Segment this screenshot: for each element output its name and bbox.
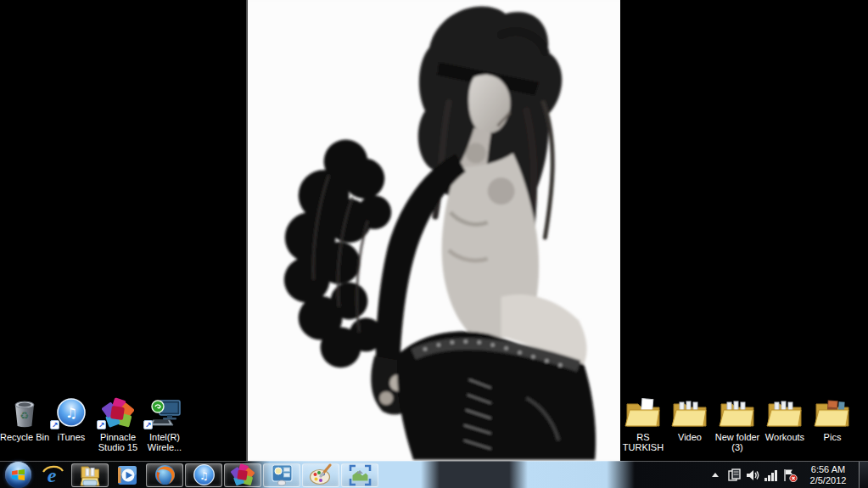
taskbar: e — [0, 461, 868, 488]
windows-flag-icon — [12, 469, 25, 480]
taskbar-button-windows-explorer[interactable] — [71, 463, 109, 487]
media-player-icon — [116, 464, 138, 486]
internet-explorer-icon: e — [41, 463, 64, 487]
desktop-icon-label: New folder (3) — [712, 432, 763, 452]
desktop-icon-label: Pinnacle Studio 15 — [92, 432, 143, 452]
show-hidden-icons-button[interactable] — [708, 466, 723, 485]
taskbar-button-media-player[interactable] — [110, 463, 144, 487]
desktop-icon-label: iTunes — [46, 432, 97, 442]
desktop-icon-intel-wireless[interactable]: ↗ Intel(R) Wirele... — [142, 394, 188, 452]
svg-text:♫: ♫ — [199, 470, 209, 482]
recycle-bin-icon: ♻ — [9, 395, 40, 429]
tray-program-icon[interactable] — [726, 466, 742, 485]
folder-icon — [766, 397, 804, 429]
show-desktop-button[interactable] — [859, 462, 868, 488]
folder-with-pictures-icon — [814, 397, 851, 429]
desktop-icon-workouts[interactable]: Workouts — [762, 394, 808, 442]
desktop-icon-label: RS TURKISH — [618, 432, 669, 452]
taskbar-button-photo-viewer[interactable] — [341, 463, 378, 487]
wallpaper-photo — [246, 0, 620, 461]
taskbar-button-internet-explorer[interactable]: e — [36, 463, 70, 487]
taskbar-button-paint[interactable] — [302, 463, 339, 487]
desktop-icon-new-folder-3[interactable]: New folder (3) — [714, 394, 760, 452]
tray-network-button[interactable] — [764, 466, 779, 485]
folder-icon — [719, 397, 756, 429]
shortcut-arrow-icon: ↗ — [143, 420, 153, 429]
tray-volume-button[interactable] — [745, 466, 760, 485]
taskbar-button-display-settings[interactable] — [263, 463, 300, 487]
taskbar-button-pinnacle-studio[interactable] — [224, 463, 261, 487]
desktop-icon-video[interactable]: Video — [667, 394, 713, 442]
folder-icon — [671, 397, 708, 429]
clock-time: 6:56 AM — [806, 464, 850, 475]
pinnacle-studio-icon — [231, 463, 255, 487]
desktop-icon-rs-turkish[interactable]: RS TURKISH — [620, 394, 666, 452]
desktop-icon-pinnacle-studio[interactable]: ↗ Pinnacle Studio 15 — [95, 394, 141, 452]
desktop-icon-recycle-bin[interactable]: ♻ Recycle Bin — [2, 394, 48, 442]
display-settings-icon — [271, 463, 294, 486]
itunes-icon: ♫ — [193, 463, 216, 486]
pinnacle-studio-icon — [102, 397, 134, 429]
start-button[interactable] — [5, 462, 31, 488]
desktop: { "desktop": { "left_icons": [ { "label"… — [0, 0, 868, 488]
tray-action-center-button[interactable] — [782, 466, 798, 485]
shortcut-arrow-icon: ↗ — [97, 420, 106, 429]
grayscale-fashion-photo — [248, 0, 620, 461]
firefox-icon — [154, 463, 176, 486]
windows-explorer-icon — [78, 464, 102, 486]
svg-text:♻: ♻ — [20, 410, 30, 422]
taskbar-button-firefox[interactable] — [146, 463, 183, 487]
desktop-icon-label: Recycle Bin — [0, 432, 50, 442]
itunes-icon: ♫ — [56, 397, 87, 429]
action-center-flag-alert-icon — [783, 468, 798, 482]
system-tray: 6:56 AM 2/5/2012 — [706, 462, 868, 488]
photo-viewer-icon — [349, 464, 372, 486]
volume-icon — [746, 469, 759, 481]
taskbar-button-itunes[interactable]: ♫ — [185, 463, 222, 487]
desktop-icon-label: Video — [664, 432, 715, 442]
tray-clock[interactable]: 6:56 AM 2/5/2012 — [806, 464, 850, 486]
intel-wireless-display-icon — [148, 397, 182, 429]
shortcut-arrow-icon: ↗ — [50, 420, 59, 429]
folder-with-document-icon — [624, 397, 662, 429]
svg-text:♫: ♫ — [65, 405, 77, 421]
network-signal-icon — [764, 469, 778, 481]
desktop-icon-label: Intel(R) Wirele... — [139, 432, 190, 452]
desktop-icon-label: Pics — [807, 432, 858, 442]
desktop-icon-pics[interactable]: Pics — [809, 394, 855, 442]
program-window-icon — [728, 468, 741, 481]
chevron-up-icon — [712, 473, 719, 477]
desktop-icon-itunes[interactable]: ♫ ↗ iTunes — [48, 394, 94, 442]
clock-date: 2/5/2012 — [806, 475, 850, 486]
desktop-icon-label: Workouts — [759, 432, 810, 442]
paint-icon — [309, 463, 333, 486]
